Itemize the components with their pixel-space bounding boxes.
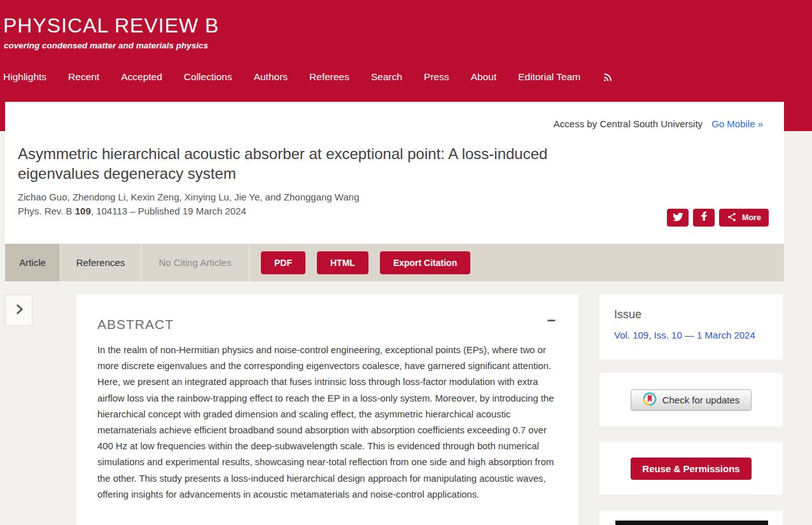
sidebar-expand-button[interactable] — [5, 295, 32, 326]
header-side-strip-right — [784, 102, 812, 131]
facebook-icon — [698, 211, 710, 225]
nav-item-press[interactable]: Press — [424, 71, 449, 83]
nav-item-about[interactable]: About — [471, 71, 497, 83]
nav-item-authors[interactable]: Authors — [254, 71, 288, 83]
abstract-panel: ABSTRACT – In the realm of non-Hermitian… — [76, 294, 578, 525]
share-more-label: More — [742, 213, 761, 222]
tab-article[interactable]: Article — [5, 244, 60, 281]
journal-title: PHYSICAL REVIEW B — [3, 14, 219, 38]
rss-icon[interactable] — [602, 72, 613, 83]
citation-rest: , 104113 – Published 19 March 2024 — [91, 206, 246, 216]
nav-item-recent[interactable]: Recent — [68, 71, 99, 83]
reuse-permissions-button[interactable]: Reuse & Permissions — [631, 458, 752, 480]
signup-box-top-bar — [615, 521, 768, 525]
page: PHYSICAL REVIEW B covering condensed mat… — [0, 0, 812, 525]
issue-box: Issue Vol. 109, Iss. 10 — 1 March 2024 — [599, 294, 783, 360]
signup-box-partial — [599, 510, 783, 525]
reuse-permissions-box: Reuse & Permissions — [599, 442, 783, 494]
issue-link[interactable]: Vol. 109, Iss. 10 — 1 March 2024 — [614, 330, 755, 340]
journal-masthead: PHYSICAL REVIEW B covering condensed mat… — [0, 0, 812, 102]
check-for-updates-label: Check for updates — [662, 395, 740, 405]
share-buttons: More — [667, 209, 769, 227]
tab-references[interactable]: References — [60, 244, 141, 281]
header-side-strip-left — [0, 102, 5, 131]
nav-item-search[interactable]: Search — [371, 71, 402, 83]
tab-actions: PDF HTML Export Citation — [261, 244, 470, 281]
article-tabbar: Article References No Citing Articles PD… — [5, 244, 784, 281]
twitter-share-button[interactable] — [667, 209, 689, 227]
citation-volume: 109 — [75, 206, 91, 216]
abstract-heading: ABSTRACT — [97, 317, 174, 332]
export-citation-button[interactable]: Export Citation — [380, 251, 470, 274]
nav-item-collections[interactable]: Collections — [184, 71, 232, 83]
nav-item-editorial-team[interactable]: Editorial Team — [518, 71, 580, 83]
issue-heading: Issue — [614, 308, 641, 321]
crossmark-icon — [643, 392, 657, 408]
check-for-updates-button[interactable]: Check for updates — [631, 389, 752, 410]
main-nav: Highlights Recent Accepted Collections A… — [3, 71, 613, 83]
share-more-button[interactable]: More — [719, 209, 769, 227]
nav-item-accepted[interactable]: Accepted — [121, 71, 162, 83]
journal-tagline: covering condensed matter and materials … — [4, 41, 208, 50]
twitter-icon — [672, 211, 683, 225]
pdf-button[interactable]: PDF — [261, 251, 305, 274]
nav-item-highlights[interactable]: Highlights — [3, 71, 46, 83]
go-mobile-link[interactable]: Go Mobile » — [711, 118, 763, 129]
article-title: Asymmetric hierarchical acoustic absorbe… — [18, 144, 578, 183]
collapse-abstract-button[interactable]: – — [547, 312, 556, 327]
tab-no-citing-articles: No Citing Articles — [141, 244, 249, 281]
access-text: Access by Central South University — [554, 118, 703, 129]
article-citation: Phys. Rev. B 109, 104113 – Published 19 … — [18, 206, 246, 216]
html-button[interactable]: HTML — [317, 251, 368, 274]
facebook-share-button[interactable] — [693, 209, 715, 227]
check-updates-box: Check for updates — [599, 373, 783, 426]
citation-journal: Phys. Rev. B — [18, 206, 75, 216]
abstract-text: In the realm of non-Hermitian physics an… — [97, 342, 563, 503]
article-authors: Zichao Guo, Zhendong Li, Kexin Zeng, Xin… — [18, 192, 359, 202]
article-header-panel: Access by Central South University Go Mo… — [5, 102, 784, 244]
nav-item-referees[interactable]: Referees — [309, 71, 349, 83]
access-bar: Access by Central South University Go Mo… — [554, 118, 763, 129]
chevron-right-icon — [11, 301, 27, 320]
share-icon — [727, 212, 737, 224]
